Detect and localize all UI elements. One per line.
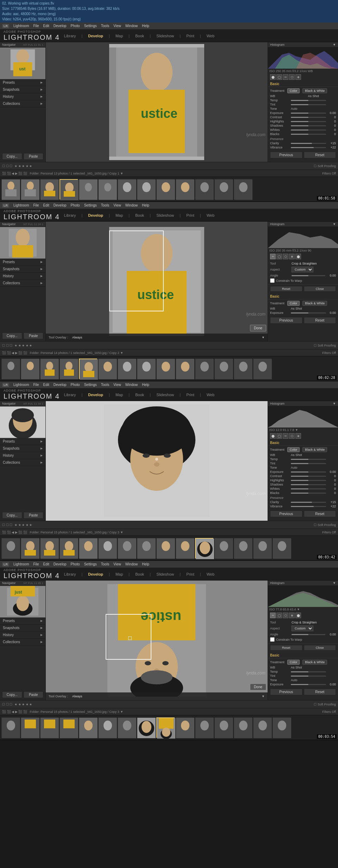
treatment-bw-1[interactable]: Black & White <box>302 88 327 93</box>
nav-print-4[interactable]: Print <box>186 572 194 576</box>
panel-presets-3[interactable]: Presets ▶ <box>0 438 45 445</box>
menu-tools-4[interactable]: Tools <box>101 562 109 566</box>
tool-btn-4[interactable]: ⬡ <box>289 74 295 80</box>
menu-photo-3[interactable]: Photo <box>71 383 80 387</box>
menu-window-1[interactable]: Window <box>125 24 138 28</box>
fs2-thumb-5[interactable] <box>79 359 97 379</box>
crop-tool-active-4[interactable]: ✂ <box>270 613 276 618</box>
nav-web-2[interactable]: Web <box>207 213 214 217</box>
tool-btn-2c[interactable]: ⊕ <box>289 254 295 259</box>
fs2-thumb-2[interactable] <box>21 359 39 379</box>
nav-book-2[interactable]: Book <box>135 213 144 217</box>
fs3-thumb-3[interactable] <box>40 538 58 558</box>
tool-btn-3c[interactable]: ✂ <box>283 433 288 439</box>
menu-file-3[interactable]: File <box>33 383 39 387</box>
menu-settings-3[interactable]: Settings <box>84 383 97 387</box>
aspect-select-2[interactable]: Custom Original 1:1 4:5 <box>292 267 313 272</box>
nav-web-1[interactable]: Web <box>207 34 214 38</box>
menu-develop-3[interactable]: Develop <box>54 383 67 387</box>
menu-develop-2[interactable]: Develop <box>54 203 67 207</box>
fs4-thumb-13[interactable] <box>234 717 252 738</box>
nav-print-1[interactable]: Print <box>186 34 194 38</box>
fs3-thumb-12[interactable] <box>214 538 233 558</box>
previous-btn-3[interactable]: Previous <box>270 511 302 517</box>
close-crop-btn-4[interactable]: Close <box>304 645 336 651</box>
filmstrip-thumb-1[interactable] <box>1 179 20 199</box>
fs2-thumb-3[interactable] <box>40 359 58 379</box>
menu-tools-2[interactable]: Tools <box>101 203 109 207</box>
fs4-thumb-12[interactable] <box>214 717 233 738</box>
tool-btn-5[interactable]: ⊕ <box>295 74 301 80</box>
fs4-thumb-7[interactable] <box>118 717 136 738</box>
filmstrip-thumb-11[interactable] <box>195 179 213 199</box>
treatment-color-3[interactable]: Color <box>287 447 300 452</box>
menu-edit-4[interactable]: Edit <box>43 562 49 566</box>
tool-btn-3b[interactable]: ◯ <box>276 433 282 439</box>
fs3-thumb-14[interactable] <box>253 538 271 558</box>
fs4-thumb-6[interactable] <box>98 717 117 738</box>
menu-settings-2[interactable]: Settings <box>84 203 97 207</box>
menu-help-1[interactable]: Help <box>142 24 149 28</box>
done-btn-2[interactable]: Done <box>250 325 266 331</box>
filmstrip-thumb-6[interactable] <box>98 179 117 199</box>
menu-tools-3[interactable]: Tools <box>101 383 109 387</box>
reset-crop-btn-4[interactable]: Reset <box>270 645 302 651</box>
panel-collections-2[interactable]: Collections ▶ <box>0 280 45 287</box>
menu-develop-1[interactable]: Develop <box>54 24 67 28</box>
filmstrip-thumb-5[interactable] <box>79 179 97 199</box>
tool-btn-4c[interactable]: ⊕ <box>289 613 295 618</box>
filmstrip-thumb-4[interactable] <box>60 179 78 199</box>
fs2-thumb-7[interactable] <box>118 359 136 379</box>
tool-btn-4d[interactable]: ⬤ <box>295 613 301 618</box>
fs3-thumb-8[interactable] <box>137 538 155 558</box>
copy-btn-3[interactable]: Copy... <box>2 512 22 519</box>
treatment-bw-4[interactable]: Black & White <box>302 660 327 665</box>
aspect-select-4[interactable]: Custom Original 1:1 <box>292 626 313 631</box>
treatment-bw-3[interactable]: Black & White <box>302 447 327 452</box>
close-crop-btn-2[interactable]: Close <box>304 286 336 292</box>
tool-btn-4b[interactable]: ⬡ <box>283 613 288 618</box>
fs2-thumb-12[interactable] <box>214 359 233 379</box>
panel-snapshots-3[interactable]: Snapshots ▶ <box>0 445 45 452</box>
tool-btn-2d[interactable]: ⬤ <box>295 254 301 259</box>
tool-btn-2a[interactable]: ◯ <box>276 254 282 259</box>
nav-develop-3[interactable]: Develop <box>88 393 103 397</box>
fs3-thumb-4[interactable] <box>60 538 78 558</box>
copy-btn-1[interactable]: Copy... <box>2 153 22 160</box>
tool-btn-3[interactable]: ✂ <box>283 74 288 80</box>
nav-map-1[interactable]: Map <box>115 34 123 38</box>
menu-file-2[interactable]: File <box>33 203 39 207</box>
fs4-thumb-2[interactable] <box>21 717 39 738</box>
copy-btn-2[interactable]: Copy... <box>2 332 22 339</box>
panel-collections-4[interactable]: Collections ▶ <box>0 639 45 646</box>
fs3-thumb-7[interactable] <box>118 538 136 558</box>
tool-btn-1[interactable]: ⬤ <box>270 74 276 80</box>
menu-help-2[interactable]: Help <box>142 203 149 207</box>
fs2-thumb-8[interactable] <box>137 359 155 379</box>
panel-collections-1[interactable]: Collections ▶ <box>0 100 45 107</box>
fs4-thumb-5[interactable] <box>79 717 97 738</box>
tool-btn-3e[interactable]: ⊕ <box>295 433 301 439</box>
fs4-thumb-9[interactable] <box>156 717 175 738</box>
menu-window-4[interactable]: Window <box>125 562 138 566</box>
panel-history-2[interactable]: History ▶ <box>0 273 45 280</box>
tool-btn-3d[interactable]: ⬡ <box>289 433 295 439</box>
nav-slideshow-1[interactable]: Slideshow <box>156 34 174 38</box>
reset-btn-4[interactable]: Reset <box>304 689 336 695</box>
treatment-color-2[interactable]: Color <box>287 301 300 306</box>
fs3-thumb-15[interactable] <box>273 538 291 558</box>
previous-btn-2[interactable]: Previous <box>270 317 302 324</box>
panel-presets-2[interactable]: Presets ▶ <box>0 259 45 266</box>
copy-btn-4[interactable]: Copy... <box>2 691 22 698</box>
nav-library-2[interactable]: Library <box>64 213 76 217</box>
fs2-thumb-1[interactable] <box>1 359 20 379</box>
nav-print-3[interactable]: Print <box>186 393 194 397</box>
menu-edit-1[interactable]: Edit <box>43 24 49 28</box>
fs4-thumb-10[interactable] <box>176 717 194 738</box>
fs3-thumb-9[interactable] <box>156 538 175 558</box>
fs3-thumb-2[interactable] <box>21 538 39 558</box>
tool-btn-2[interactable]: ◯ <box>276 74 282 80</box>
filmstrip-thumb-3[interactable] <box>40 179 58 199</box>
filmstrip-thumb-7[interactable] <box>118 179 136 199</box>
tool-btn-4a[interactable]: ◯ <box>276 613 282 618</box>
